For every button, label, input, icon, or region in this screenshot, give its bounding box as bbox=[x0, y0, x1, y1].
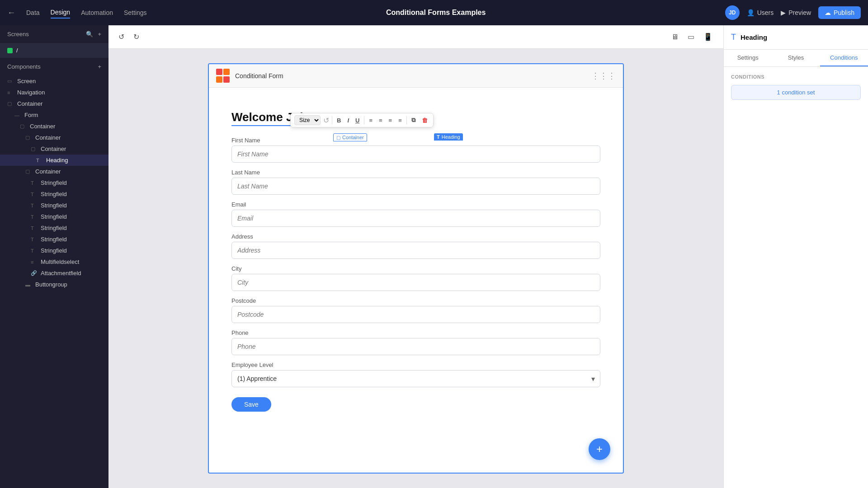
undo-redo-group: ↺ ↻ bbox=[116, 31, 142, 43]
condition-set-button[interactable]: 1 condition set bbox=[731, 85, 861, 100]
last-name-field: Last Name bbox=[231, 169, 600, 195]
first-name-input[interactable] bbox=[231, 145, 600, 163]
align-right-button[interactable]: ≡ bbox=[387, 116, 394, 125]
right-panel-header: T Heading bbox=[724, 25, 868, 50]
phone-input[interactable] bbox=[231, 338, 600, 355]
screen-dot bbox=[7, 48, 13, 53]
editor-topbar: Conditional Form ⋮⋮⋮ bbox=[209, 64, 623, 88]
city-input[interactable] bbox=[231, 274, 600, 291]
editor-app-title: Conditional Form bbox=[235, 72, 283, 80]
tab-settings[interactable]: Settings bbox=[124, 7, 147, 18]
container-badge[interactable]: ▢ Container bbox=[333, 133, 367, 141]
tab-automation[interactable]: Automation bbox=[81, 7, 113, 18]
heading-badge[interactable]: T Heading bbox=[434, 133, 463, 141]
tab-settings[interactable]: Settings bbox=[724, 50, 772, 66]
city-field: City bbox=[231, 265, 600, 291]
editor-menu-icon[interactable]: ⋮⋮⋮ bbox=[591, 71, 616, 81]
form-content: Welcome John! First Name Last Name Email bbox=[209, 88, 623, 430]
form-editor: Conditional Form ⋮⋮⋮ Size ↺ B I U ≡ ≡ bbox=[208, 63, 624, 474]
component-stringfield-7[interactable]: T Stringfield bbox=[0, 245, 108, 256]
tab-design[interactable]: Design bbox=[51, 7, 71, 19]
avatar: JD bbox=[725, 5, 740, 20]
phone-field: Phone bbox=[231, 329, 600, 355]
align-left-button[interactable]: ≡ bbox=[367, 116, 374, 125]
font-size-select[interactable]: Size bbox=[294, 115, 321, 125]
italic-button[interactable]: I bbox=[345, 116, 351, 125]
tab-conditions[interactable]: Conditions bbox=[820, 50, 868, 66]
postcode-field: Postcode bbox=[231, 297, 600, 323]
email-field: Email bbox=[231, 201, 600, 227]
component-container-3[interactable]: ▢ Container bbox=[0, 132, 108, 143]
canvas-toolbar: ↺ ↻ 🖥 ▭ 📱 bbox=[108, 25, 723, 49]
view-toggle-group: 🖥 ▭ 📱 bbox=[668, 31, 716, 43]
first-name-label: First Name bbox=[231, 137, 600, 144]
employee-level-select[interactable]: (1) Apprentice (2) Junior (3) Senior (4)… bbox=[231, 370, 600, 387]
employee-level-field: Employee Level (1) Apprentice (2) Junior… bbox=[231, 361, 600, 387]
address-field: Address bbox=[231, 233, 600, 259]
align-center-button[interactable]: ≡ bbox=[377, 116, 384, 125]
right-panel: T Heading Settings Styles Conditions CON… bbox=[723, 25, 868, 488]
editor-logo bbox=[216, 69, 231, 83]
component-multifieldselect[interactable]: ≡ Multifieldselect bbox=[0, 256, 108, 267]
postcode-label: Postcode bbox=[231, 297, 600, 304]
component-container-5[interactable]: ▢ Container bbox=[0, 166, 108, 177]
floating-text-toolbar: Size ↺ B I U ≡ ≡ ≡ ≡ ⧉ 🗑 bbox=[290, 113, 434, 127]
city-label: City bbox=[231, 265, 600, 272]
component-form[interactable]: — Form bbox=[0, 109, 108, 121]
left-sidebar: Screens 🔍 + / Components + ▭ Screen ≡ Na… bbox=[0, 25, 108, 488]
delete-button[interactable]: 🗑 bbox=[420, 116, 429, 125]
component-container-4[interactable]: ▢ Container bbox=[0, 143, 108, 155]
component-stringfield-5[interactable]: T Stringfield bbox=[0, 222, 108, 234]
underline-button[interactable]: U bbox=[354, 116, 361, 125]
address-input[interactable] bbox=[231, 242, 600, 259]
component-stringfield-4[interactable]: T Stringfield bbox=[0, 211, 108, 222]
users-button[interactable]: 👤 Users bbox=[747, 9, 774, 16]
mobile-view-button[interactable]: 📱 bbox=[700, 31, 716, 43]
last-name-input[interactable] bbox=[231, 178, 600, 195]
tab-styles[interactable]: Styles bbox=[772, 50, 820, 66]
component-screen[interactable]: ▭ Screen bbox=[0, 75, 108, 87]
add-screen-icon[interactable]: + bbox=[98, 31, 101, 38]
canvas-content: Conditional Form ⋮⋮⋮ Size ↺ B I U ≡ ≡ bbox=[108, 49, 723, 488]
component-navigation[interactable]: ≡ Navigation bbox=[0, 87, 108, 98]
component-stringfield-1[interactable]: T Stringfield bbox=[0, 177, 108, 188]
undo-button[interactable]: ↺ bbox=[116, 31, 127, 43]
search-icon[interactable]: 🔍 bbox=[86, 31, 93, 38]
redo-button[interactable]: ↻ bbox=[131, 31, 142, 43]
address-label: Address bbox=[231, 233, 600, 240]
employee-level-label: Employee Level bbox=[231, 361, 600, 368]
page-title: Conditional Forms Examples bbox=[158, 9, 714, 17]
component-heading[interactable]: T Heading bbox=[0, 155, 108, 166]
component-attachmentfield[interactable]: 🔗 Attachmentfield bbox=[0, 267, 108, 279]
copy-style-button[interactable]: ⧉ bbox=[410, 116, 417, 125]
component-buttongroup[interactable]: ▬ Buttongroup bbox=[0, 279, 108, 290]
tablet-view-button[interactable]: ▭ bbox=[684, 31, 698, 43]
email-input[interactable] bbox=[231, 210, 600, 227]
component-stringfield-3[interactable]: T Stringfield bbox=[0, 200, 108, 211]
component-stringfield-2[interactable]: T Stringfield bbox=[0, 188, 108, 200]
component-container-2[interactable]: ▢ Container bbox=[0, 121, 108, 132]
add-component-icon[interactable]: + bbox=[98, 63, 101, 70]
components-header: Components + bbox=[0, 57, 108, 75]
preview-button[interactable]: ▶ Preview bbox=[781, 9, 811, 16]
screens-header: Screens 🔍 + bbox=[0, 25, 108, 43]
reset-icon[interactable]: ↺ bbox=[323, 116, 329, 125]
save-button[interactable]: Save bbox=[231, 397, 271, 412]
add-fab-button[interactable]: + bbox=[589, 438, 610, 460]
publish-button[interactable]: ☁ Publish bbox=[818, 6, 861, 19]
back-button[interactable]: ← bbox=[7, 8, 15, 18]
component-container-1[interactable]: ▢ Container bbox=[0, 98, 108, 109]
right-panel-title: Heading bbox=[741, 33, 767, 41]
heading-type-icon: T bbox=[731, 33, 736, 42]
main-layout: Screens 🔍 + / Components + ▭ Screen ≡ Na… bbox=[0, 0, 868, 488]
desktop-view-button[interactable]: 🖥 bbox=[668, 31, 682, 43]
bold-button[interactable]: B bbox=[335, 116, 343, 125]
conditions-section-label: CONDITIONS bbox=[731, 74, 861, 80]
align-justify-button[interactable]: ≡ bbox=[396, 116, 404, 125]
phone-label: Phone bbox=[231, 329, 600, 336]
navbar-right: JD 👤 Users ▶ Preview ☁ Publish bbox=[725, 5, 861, 20]
postcode-input[interactable] bbox=[231, 306, 600, 323]
tab-data[interactable]: Data bbox=[26, 7, 40, 18]
component-stringfield-6[interactable]: T Stringfield bbox=[0, 234, 108, 245]
screen-item-root[interactable]: / bbox=[0, 43, 108, 57]
